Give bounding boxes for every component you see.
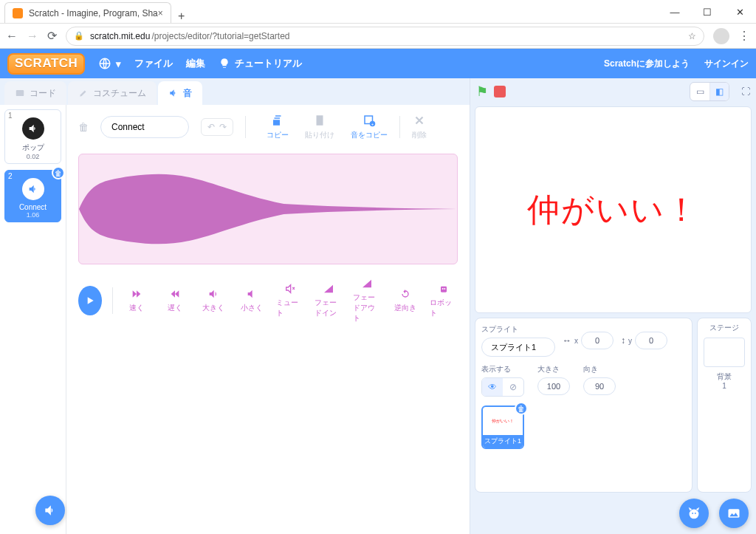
sprite-info-panel: スプライト ↔ x ↕ y 表示す [475,318,693,493]
sound-icon [168,88,179,98]
scratch-menubar: SCRATCH ▾ ファイル 編集 チュートリアル Scratchに参加しよう … [0,49,756,78]
fx-softer[interactable]: 小さく [238,288,266,313]
tab-costumes-label: コスチューム [93,87,146,100]
close-tab-icon[interactable]: × [158,8,163,18]
file-menu[interactable]: ファイル [134,58,173,70]
browser-titlebar: Scratch - Imagine, Program, Sha × + — ☐ … [0,0,756,24]
y-input[interactable] [635,332,667,349]
tutorials-button[interactable]: チュートリアル [219,58,302,70]
lock-icon: 🔒 [74,31,84,41]
delete-sound-button[interactable]: 🗑 [52,166,65,179]
scratch-logo[interactable]: SCRATCH [7,53,85,75]
sound-editor: 🗑 ↶ ↷ コピー 貼り付け +音をコピー 削除 [66,105,470,534]
stage[interactable]: 仲がいい！ [475,106,752,313]
svg-point-8 [690,510,699,519]
delete-sprite-button[interactable]: 🗑 [515,402,528,415]
show-button[interactable]: 👁 [482,378,503,396]
green-flag-button[interactable]: ⚑ [476,83,488,100]
signin-link[interactable]: サインイン [704,58,749,70]
trash-icon[interactable]: 🗑 [78,121,89,133]
separator [399,116,400,138]
brush-icon [78,88,89,98]
size-input[interactable]: 100 [537,377,570,395]
size-label: 大きさ [537,364,570,374]
add-sound-fab[interactable] [35,496,65,525]
fx-robot[interactable]: ロボット [430,283,458,318]
fx-fadeout[interactable]: フェードアウト [353,278,381,324]
browser-menu-button[interactable]: ⋮ [738,29,750,43]
svg-point-7 [444,288,445,290]
fx-slower[interactable]: 遅く [161,288,189,313]
svg-text:+: + [371,122,374,126]
paste-button[interactable]: 貼り付け [305,114,334,140]
x-input[interactable] [581,332,614,349]
speaker-icon [43,503,58,518]
stage-content-text: 仲がいい！ [527,188,699,232]
tab-sounds-label: 音 [183,87,192,100]
play-icon [84,295,96,307]
add-sprite-fab[interactable] [679,499,709,528]
svg-point-10 [695,513,696,514]
delete-button[interactable]: 削除 [412,114,427,140]
sprite-name-input[interactable] [481,338,555,357]
y-icon: ↕ [621,335,625,346]
fx-mute[interactable]: ミュート [276,283,304,318]
tab-sounds[interactable]: 音 [158,81,202,105]
large-stage-button[interactable]: ◧ [709,83,729,100]
play-button[interactable] [78,286,102,315]
minimize-button[interactable]: — [659,1,691,23]
copy-button[interactable]: コピー [267,114,289,140]
tutorials-label: チュートリアル [235,58,302,70]
fx-reverse[interactable]: 逆向き [391,288,419,313]
y-label: y [628,337,632,345]
globe-icon [98,57,111,70]
star-icon[interactable]: ☆ [688,31,696,41]
url-path: /projects/editor/?tutorial=getStarted [151,31,289,41]
redo-button[interactable]: ↷ [219,122,227,132]
back-button[interactable]: ← [6,30,18,43]
undo-redo: ↶ ↷ [201,118,233,136]
url-bar[interactable]: 🔒 scratch.mit.edu/projects/editor/?tutor… [66,27,704,46]
svg-rect-5 [441,287,447,292]
fx-louder[interactable]: 大きく [199,288,227,313]
reload-button[interactable]: ⟳ [47,29,57,43]
tab-code[interactable]: コード [4,81,66,105]
sound-list: 1 ポップ 0.02 2 🗑 Connect 1.06 [0,105,66,534]
sound-item-2[interactable]: 2 🗑 Connect 1.06 [4,170,61,222]
new-tab-button[interactable]: + [171,10,192,23]
cat-icon [686,505,702,521]
close-window-button[interactable]: ✕ [724,1,756,23]
add-backdrop-fab[interactable] [719,499,749,528]
profile-button[interactable] [713,28,729,44]
separator [245,116,246,138]
stage-panel-label: ステージ [709,323,739,333]
sprite-thumb-name: スプライト1 [483,435,523,448]
direction-input[interactable]: 90 [583,377,616,395]
copy-new-button[interactable]: +音をコピー [351,114,388,140]
fx-faster[interactable]: 速く [123,288,151,313]
backdrops-label: 背景 [717,372,732,382]
fullscreen-button[interactable]: ⛶ [741,86,750,97]
sprite-label: スプライト [481,324,555,335]
svg-point-6 [442,288,444,290]
sprite-thumb[interactable]: 🗑 仲がいい！ スプライト1 [481,405,524,449]
edit-menu[interactable]: 編集 [186,58,205,70]
fx-fadein[interactable]: フェードイン [315,283,343,318]
stage-thumbnail[interactable] [704,338,745,367]
sound-name-input[interactable] [100,116,189,138]
speaker-icon [22,178,44,200]
forward-button[interactable]: → [27,30,38,43]
tab-title: Scratch - Imagine, Program, Sha [29,8,158,18]
maximize-button[interactable]: ☐ [691,1,724,23]
small-stage-button[interactable]: ▭ [690,83,709,100]
stage-panel: ステージ 背景 1 [697,318,752,493]
tab-costumes[interactable]: コスチューム [68,81,157,105]
sound-item-1[interactable]: 1 ポップ 0.02 [4,109,61,164]
stop-button[interactable] [494,86,506,97]
hide-button[interactable]: ⊘ [503,378,523,396]
join-link[interactable]: Scratchに参加しよう [604,58,690,70]
undo-button[interactable]: ↶ [207,122,215,132]
language-menu[interactable]: ▾ [98,57,121,70]
waveform-display[interactable] [78,154,458,264]
browser-tab[interactable]: Scratch - Imagine, Program, Sha × [4,2,171,23]
